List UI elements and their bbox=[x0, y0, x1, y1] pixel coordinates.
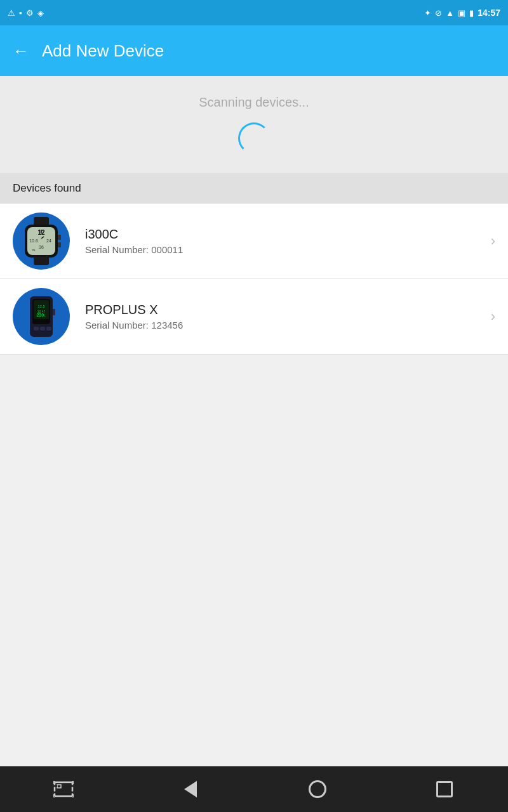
page-title: Add New Device bbox=[42, 41, 164, 61]
chevron-right-icon-1: › bbox=[491, 233, 495, 249]
back-triangle-icon bbox=[184, 781, 197, 797]
svg-rect-11 bbox=[58, 235, 61, 240]
svg-text:12.5: 12.5 bbox=[37, 304, 45, 308]
status-bar-right: ✦ ⊘ ▲ ▣ ▮ 14:57 bbox=[424, 8, 500, 18]
chevron-right-icon-2: › bbox=[491, 308, 495, 325]
device-item-proplus[interactable]: 12.5 10 47 230↓ PROPLUS X Serial Number:… bbox=[0, 279, 508, 355]
svg-rect-22 bbox=[53, 309, 55, 315]
blocked-icon: ⊘ bbox=[435, 8, 442, 18]
usb-icon: ⚙ bbox=[26, 8, 34, 18]
scanning-status-text: Scanning devices... bbox=[199, 95, 309, 110]
content-area: Scanning devices... Devices found 12 bbox=[0, 76, 508, 355]
spinner-circle bbox=[238, 122, 270, 154]
signal-icon: ▣ bbox=[458, 8, 465, 18]
svg-rect-0 bbox=[34, 217, 49, 226]
status-time: 14:57 bbox=[478, 8, 500, 18]
wifi-icon: ▲ bbox=[446, 8, 454, 18]
status-bar-left: ⚠ ▪ ⚙ ◈ bbox=[8, 8, 44, 18]
recents-square-icon bbox=[436, 781, 453, 797]
svg-text:10.6: 10.6 bbox=[29, 239, 38, 243]
devices-found-label: Devices found bbox=[13, 182, 81, 194]
app-bar: ← Add New Device bbox=[0, 25, 508, 76]
watch-svg: 12 10.6 24 36 m bbox=[16, 216, 67, 266]
svg-rect-10 bbox=[34, 256, 49, 265]
nav-bar bbox=[0, 766, 508, 812]
device-serial-i300c: Serial Number: 000011 bbox=[85, 244, 485, 255]
device-serial-proplus: Serial Number: 123456 bbox=[85, 320, 485, 331]
back-button[interactable]: ← bbox=[13, 41, 29, 61]
device-name-proplus: PROPLUS X bbox=[85, 303, 485, 317]
recents-nav-button[interactable] bbox=[429, 773, 460, 805]
loading-spinner bbox=[238, 122, 270, 154]
svg-rect-20 bbox=[40, 327, 45, 331]
svg-rect-24 bbox=[57, 785, 61, 788]
device-list: 12 10.6 24 36 m i300C Serial Number: 000… bbox=[0, 204, 508, 355]
battery-status-icon: ▪ bbox=[19, 8, 22, 18]
devices-found-header: Devices found bbox=[0, 173, 508, 204]
device-info-proplus: PROPLUS X Serial Number: 123456 bbox=[85, 303, 485, 331]
svg-rect-21 bbox=[46, 327, 51, 331]
device-image-proplus: 12.5 10 47 230↓ bbox=[13, 288, 70, 345]
device-info-i300c: i300C Serial Number: 000011 bbox=[85, 227, 485, 255]
bluetooth-icon: ✦ bbox=[424, 8, 431, 18]
device-name-i300c: i300C bbox=[85, 227, 485, 242]
svg-rect-19 bbox=[34, 327, 39, 331]
svg-text:24: 24 bbox=[46, 239, 51, 243]
svg-text:36: 36 bbox=[39, 245, 44, 249]
android-icon: ◈ bbox=[37, 8, 44, 18]
svg-text:m: m bbox=[32, 248, 36, 252]
status-bar: ⚠ ▪ ⚙ ◈ ✦ ⊘ ▲ ▣ ▮ 14:57 bbox=[0, 0, 508, 25]
camera-nav-icon[interactable] bbox=[48, 773, 79, 805]
svg-text:230↓: 230↓ bbox=[36, 313, 46, 317]
warning-icon: ⚠ bbox=[8, 8, 15, 18]
home-nav-button[interactable] bbox=[302, 773, 333, 805]
device-item-i300c[interactable]: 12 10.6 24 36 m i300C Serial Number: 000… bbox=[0, 204, 508, 279]
back-nav-button[interactable] bbox=[175, 773, 206, 805]
svg-rect-12 bbox=[58, 242, 61, 247]
battery-icon: ▮ bbox=[469, 8, 474, 18]
device-image-i300c: 12 10.6 24 36 m bbox=[13, 213, 70, 270]
dive-computer-svg: 12.5 10 47 230↓ bbox=[16, 291, 67, 342]
home-circle-icon bbox=[309, 780, 326, 798]
